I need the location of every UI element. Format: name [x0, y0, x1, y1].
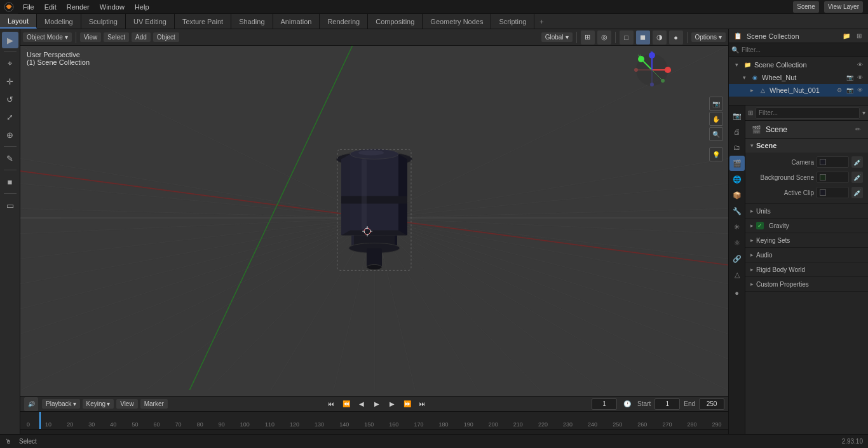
menu-window[interactable]: Window	[95, 0, 130, 13]
play-btn[interactable]: ▶	[371, 398, 383, 410]
tool-move[interactable]: ✛	[2, 73, 18, 90]
scene-edit-icon[interactable]: ✏	[853, 125, 863, 135]
hand-pan-btn[interactable]: ✋	[709, 112, 723, 126]
playback-dropdown[interactable]: Playback ▾	[42, 399, 80, 409]
tool-rotate[interactable]: ↺	[2, 91, 18, 107]
visibility-icon[interactable]: 👁	[855, 73, 864, 82]
prop-tab-material[interactable]: ●	[729, 285, 745, 301]
jump-next-key-btn[interactable]: ⏩	[402, 398, 413, 410]
camera-value[interactable]	[817, 156, 849, 168]
timeline-scrollbar[interactable]	[20, 429, 728, 434]
viewport-shading-rendered[interactable]: ●	[669, 31, 683, 44]
tab-scripting[interactable]: Scripting	[491, 14, 534, 29]
marker-dropdown[interactable]: Marker	[140, 399, 168, 409]
tab-sculpting[interactable]: Sculpting	[81, 14, 126, 29]
expand-wheel-nut[interactable]: ▾	[740, 74, 748, 81]
tab-compositing[interactable]: Compositing	[368, 14, 423, 29]
proportional-edit-icon[interactable]: ◎	[597, 31, 611, 44]
tool-select[interactable]: ▶	[2, 32, 18, 48]
outliner-item-wheel-nut[interactable]: ▾ ◉ Wheel_Nut 📷 👁	[729, 71, 868, 84]
zoom-btn[interactable]: 🔍	[709, 127, 723, 141]
bg-scene-eyedropper[interactable]: 💉	[851, 172, 863, 183]
prop-tab-scene[interactable]: 🎬	[729, 156, 745, 171]
step-back-btn[interactable]: ◀	[356, 398, 367, 410]
tool-annotate[interactable]: ✎	[2, 150, 18, 166]
view-menu[interactable]: View	[80, 32, 102, 42]
start-frame-input[interactable]	[654, 398, 680, 410]
tab-rendering[interactable]: Rendering	[320, 14, 368, 29]
tool-transform[interactable]: ⊕	[2, 126, 18, 143]
rigid-body-header[interactable]: ▸ Rigid Body World	[745, 262, 868, 276]
scene-section-header[interactable]: ▾ Scene	[745, 139, 868, 153]
prop-filter-input[interactable]	[756, 107, 860, 119]
prop-tab-particles[interactable]: ✳	[729, 219, 745, 234]
options-dropdown[interactable]: Options ▾	[691, 32, 726, 42]
end-frame-input[interactable]	[699, 398, 724, 410]
current-frame-input[interactable]	[592, 398, 617, 410]
scene-selector[interactable]: Scene	[793, 1, 818, 13]
outliner-search-input[interactable]	[742, 46, 865, 53]
viewport-shading-wire[interactable]: □	[620, 31, 634, 44]
keying-sets-header[interactable]: ▸ Keying Sets	[745, 233, 868, 247]
gravity-checkbox[interactable]: ✓	[756, 222, 764, 229]
tool-scale[interactable]: ⤢	[2, 109, 18, 125]
object-mode-dropdown[interactable]: Object Mode ▾	[23, 32, 72, 42]
tab-modeling[interactable]: Modeling	[37, 14, 81, 29]
jump-end-btn[interactable]: ⏭	[417, 398, 428, 410]
step-forward-btn[interactable]: ▶	[386, 398, 398, 410]
outliner-item-scene-collection[interactable]: ▾ 📁 Scene Collection 👁	[729, 58, 868, 71]
active-clip-value[interactable]	[817, 187, 849, 198]
tab-layout[interactable]: Layout	[0, 14, 37, 29]
timeline-body[interactable]: 0 10 20 30 40 50 60 70 80 90 100 110 120…	[20, 412, 728, 429]
tab-add[interactable]: +	[534, 18, 548, 25]
tool-measure[interactable]: ■	[2, 173, 18, 190]
prop-tab-physics[interactable]: ⚛	[729, 235, 745, 250]
render-visibility-icon[interactable]: 📷	[845, 73, 854, 82]
tab-texture-paint[interactable]: Texture Paint	[175, 14, 231, 29]
tab-uv-editing[interactable]: UV Editing	[126, 14, 175, 29]
audio-scrub-btn[interactable]: 🔊	[24, 397, 38, 411]
object-menu[interactable]: Object	[153, 32, 179, 42]
prop-tab-modifier[interactable]: 🔧	[729, 203, 745, 219]
viewport-shading-solid[interactable]: ◼	[636, 31, 650, 44]
viewport-gizmo[interactable]: X Y Z	[633, 51, 671, 89]
new-collection-icon[interactable]: 📁	[841, 31, 851, 41]
viewport-3d[interactable]: User Perspective (1) Scene Collection	[20, 46, 728, 396]
transform-dropdown[interactable]: Global ▾	[541, 32, 573, 42]
jump-prev-key-btn[interactable]: ⏪	[341, 398, 352, 410]
active-clip-eyedropper[interactable]: 💉	[851, 187, 863, 198]
render-visibility-icon-001[interactable]: 📷	[845, 86, 854, 95]
view-layer-selector[interactable]: View Layer	[824, 1, 863, 13]
light-btn[interactable]: 💡	[709, 147, 723, 161]
units-section-header[interactable]: ▸ Units	[745, 204, 868, 218]
prop-tab-render[interactable]: 📷	[729, 108, 745, 123]
outliner-item-wheel-nut-001[interactable]: ▸ △ Wheel_Nut_001 ⚙ 📷 👁	[729, 84, 868, 97]
menu-file[interactable]: File	[18, 0, 39, 13]
keying-dropdown[interactable]: Keying ▾	[83, 399, 114, 409]
select-menu[interactable]: Select	[104, 32, 129, 42]
tab-geometry-nodes[interactable]: Geometry Nodes	[423, 14, 491, 29]
visibility-icon-001[interactable]: 👁	[855, 86, 864, 95]
prop-tab-world[interactable]: 🌐	[729, 172, 745, 187]
gravity-section-header[interactable]: ▸ ✓ Gravity	[745, 219, 868, 233]
menu-edit[interactable]: Edit	[39, 0, 62, 13]
expand-wheel-nut-001[interactable]: ▸	[748, 86, 756, 94]
timeline-view-dropdown[interactable]: View	[116, 399, 138, 409]
prop-tab-constraints[interactable]: 🔗	[729, 251, 745, 266]
prop-tab-view-layer[interactable]: 🗂	[729, 140, 745, 155]
prop-tab-data[interactable]: △	[729, 267, 745, 282]
snap-icon[interactable]: ⊞	[581, 31, 595, 44]
tab-animation[interactable]: Animation	[273, 14, 320, 29]
camera-view-btn[interactable]: 📷	[709, 97, 723, 111]
audio-section-header[interactable]: ▸ Audio	[745, 248, 868, 262]
prop-tab-output[interactable]: 🖨	[729, 124, 745, 139]
add-menu[interactable]: Add	[132, 32, 151, 42]
jump-start-btn[interactable]: ⏮	[325, 398, 337, 410]
view-layer-toggle[interactable]: 👁	[855, 60, 864, 69]
viewport-shading-material[interactable]: ◑	[653, 31, 667, 44]
modifier-icon[interactable]: ⚙	[835, 86, 844, 95]
filter-icon[interactable]: ⊞	[854, 31, 864, 41]
menu-render[interactable]: Render	[62, 0, 95, 13]
camera-eyedropper[interactable]: 💉	[851, 156, 863, 168]
prop-tab-object[interactable]: 📦	[729, 187, 745, 203]
